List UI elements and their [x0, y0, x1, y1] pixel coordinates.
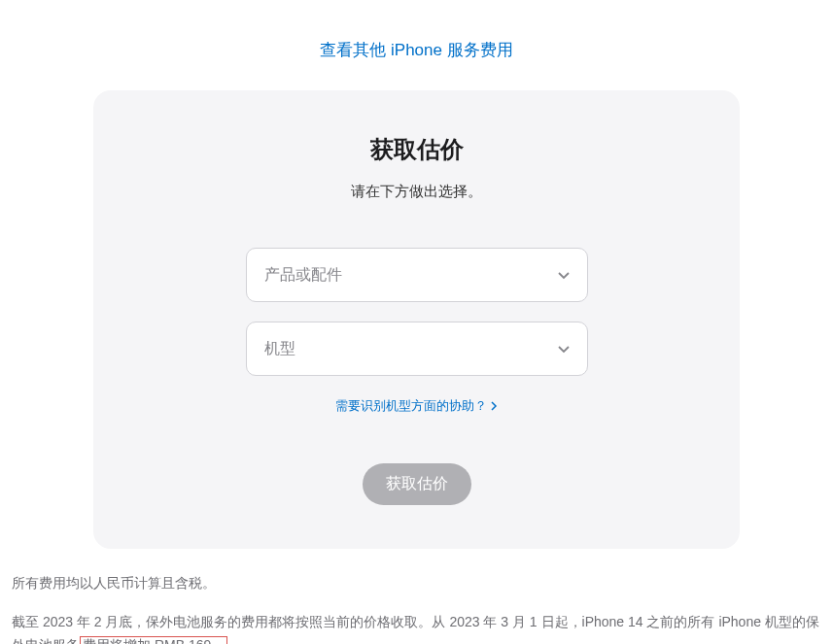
get-estimate-button[interactable]: 获取估价 — [363, 463, 471, 505]
footer-price-note: 截至 2023 年 2 月底，保外电池服务的费用都将按照当前的价格收取。从 20… — [12, 611, 821, 644]
footer-text: 所有费用均以人民币计算且含税。 截至 2023 年 2 月底，保外电池服务的费用… — [10, 549, 823, 644]
card-subtitle: 请在下方做出选择。 — [132, 183, 701, 201]
product-select-wrapper: 产品或配件 — [246, 248, 588, 302]
help-identify-link[interactable]: 需要识别机型方面的协助？ — [132, 397, 701, 415]
model-select-wrapper: 机型 — [246, 322, 588, 376]
footer-tax-note: 所有费用均以人民币计算且含税。 — [12, 572, 821, 595]
other-services-link[interactable]: 查看其他 iPhone 服务费用 — [10, 0, 823, 90]
highlighted-text: 费用将增加 RMB 169。 — [80, 636, 227, 644]
product-select[interactable]: 产品或配件 — [246, 248, 588, 302]
chevron-right-icon — [491, 401, 498, 411]
model-select[interactable]: 机型 — [246, 322, 588, 376]
estimate-card: 获取估价 请在下方做出选择。 产品或配件 机型 需要识别机型方面 — [93, 90, 740, 549]
product-select-placeholder: 产品或配件 — [264, 265, 342, 286]
card-title: 获取估价 — [132, 134, 701, 165]
page-container: 查看其他 iPhone 服务费用 获取估价 请在下方做出选择。 产品或配件 机型 — [0, 0, 833, 644]
help-link-label: 需要识别机型方面的协助？ — [335, 397, 487, 415]
model-select-placeholder: 机型 — [264, 339, 295, 359]
button-wrapper: 获取估价 — [132, 463, 701, 505]
